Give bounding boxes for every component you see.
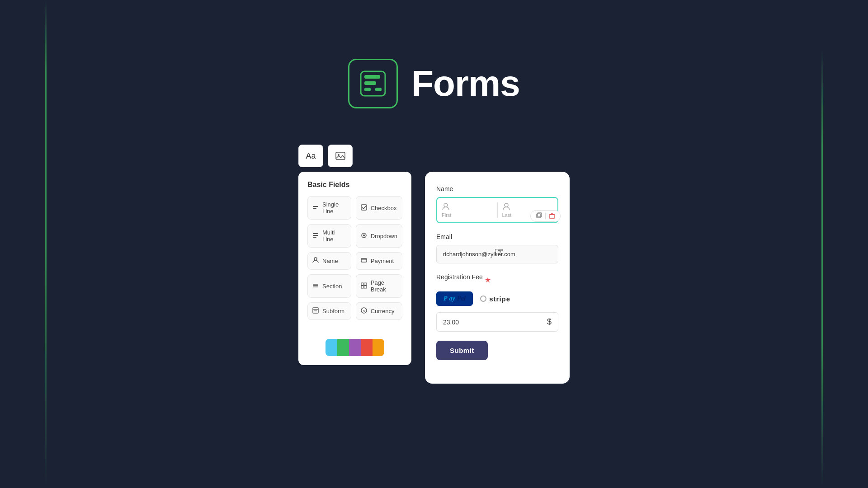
delete-icon[interactable] bbox=[548, 212, 556, 220]
payment-label: Payment bbox=[371, 258, 394, 264]
stripe-label: stripe bbox=[489, 295, 510, 303]
svg-rect-4 bbox=[375, 88, 382, 91]
person-icon-first bbox=[442, 202, 450, 211]
field-item-payment[interactable]: Payment bbox=[356, 252, 402, 270]
main-content: Forms Aa Basic Fields bbox=[0, 0, 868, 384]
stripe-radio[interactable] bbox=[480, 296, 486, 302]
field-item-subform[interactable]: Subform bbox=[307, 302, 351, 320]
field-item-page-break[interactable]: Page Break bbox=[356, 274, 402, 298]
page-break-icon bbox=[361, 282, 367, 290]
color-swatch-red[interactable] bbox=[361, 339, 373, 356]
svg-rect-2 bbox=[364, 81, 376, 85]
single-line-icon bbox=[312, 204, 319, 212]
subform-icon bbox=[312, 307, 319, 315]
first-name-placeholder: First bbox=[442, 212, 451, 218]
payment-icon bbox=[361, 257, 367, 265]
field-item-section[interactable]: Section bbox=[307, 274, 351, 298]
field-actions bbox=[530, 210, 561, 222]
color-swatch-orange[interactable] bbox=[373, 339, 384, 356]
name-label: Name bbox=[322, 258, 338, 264]
email-field-group: Email richardjohnson@zylker.com bbox=[436, 233, 558, 263]
currency-symbol: $ bbox=[547, 317, 552, 327]
svg-rect-34 bbox=[550, 215, 554, 219]
action-divider bbox=[545, 213, 546, 219]
svg-rect-21 bbox=[361, 283, 364, 286]
form-preview: Name First bbox=[425, 172, 570, 384]
text-toolbar-btn[interactable]: Aa bbox=[298, 145, 323, 167]
brand-section: Forms bbox=[348, 59, 520, 108]
lower-section: Aa Basic Fields bbox=[298, 145, 570, 384]
name-field-group: Name First bbox=[436, 185, 558, 223]
payment-options: P ay Pal stripe bbox=[436, 291, 558, 306]
color-swatch-green[interactable] bbox=[337, 339, 349, 356]
fields-panel: Basic Fields Single Line Che bbox=[298, 172, 411, 365]
svg-rect-10 bbox=[313, 233, 318, 234]
toolbar-area: Aa bbox=[298, 145, 353, 167]
svg-rect-5 bbox=[336, 152, 345, 160]
submit-button[interactable]: Submit bbox=[436, 341, 488, 360]
amount-row: 23.00 $ bbox=[436, 312, 558, 332]
copy-icon[interactable] bbox=[535, 212, 542, 220]
checkbox-icon bbox=[361, 204, 367, 212]
svg-text:$: $ bbox=[363, 309, 365, 313]
svg-rect-12 bbox=[313, 237, 316, 238]
color-swatch-purple[interactable] bbox=[349, 339, 361, 356]
checkbox-label: Checkbox bbox=[371, 205, 397, 211]
currency-icon: $ bbox=[361, 307, 367, 315]
registration-fee-group: Registration Fee ★ P ay Pal bbox=[436, 273, 558, 360]
dropdown-label: Dropdown bbox=[371, 233, 397, 239]
color-palette bbox=[326, 339, 384, 356]
email-field-label: Email bbox=[436, 233, 558, 240]
right-decorative-line bbox=[821, 0, 823, 488]
single-line-label: Single Line bbox=[322, 201, 346, 215]
multi-line-label: Multi Line bbox=[322, 229, 346, 243]
brand-title: Forms bbox=[411, 63, 520, 104]
last-name-placeholder: Last bbox=[502, 212, 512, 218]
color-swatch-blue[interactable] bbox=[326, 339, 337, 356]
svg-rect-8 bbox=[313, 208, 316, 209]
svg-rect-22 bbox=[364, 283, 367, 286]
subform-label: Subform bbox=[322, 308, 344, 314]
svg-rect-23 bbox=[361, 286, 364, 288]
field-item-name[interactable]: Name bbox=[307, 252, 351, 270]
field-item-checkbox[interactable]: Checkbox bbox=[356, 196, 402, 220]
name-divider bbox=[497, 202, 498, 218]
image-toolbar-btn[interactable] bbox=[328, 145, 353, 167]
content-row: Basic Fields Single Line Che bbox=[298, 172, 570, 384]
section-label: Section bbox=[322, 283, 342, 290]
dropdown-icon bbox=[361, 232, 367, 240]
svg-rect-16 bbox=[361, 258, 367, 262]
logo-box bbox=[348, 59, 398, 108]
page-break-label: Page Break bbox=[371, 279, 397, 293]
amount-value[interactable]: 23.00 bbox=[443, 319, 459, 326]
field-item-dropdown[interactable]: Dropdown bbox=[356, 224, 402, 248]
reg-fee-label: Registration Fee bbox=[436, 273, 483, 281]
first-name-box[interactable]: First bbox=[442, 202, 493, 218]
person-icon-last bbox=[502, 202, 510, 211]
field-item-currency[interactable]: $ Currency bbox=[356, 302, 402, 320]
svg-rect-9 bbox=[361, 205, 367, 210]
svg-rect-24 bbox=[364, 286, 367, 288]
required-star: ★ bbox=[485, 276, 491, 284]
svg-rect-7 bbox=[313, 206, 318, 207]
stripe-option[interactable]: stripe bbox=[480, 295, 510, 303]
name-icon bbox=[312, 257, 319, 265]
svg-rect-25 bbox=[313, 308, 318, 313]
fields-panel-title: Basic Fields bbox=[307, 181, 402, 189]
svg-rect-11 bbox=[313, 235, 318, 236]
svg-point-31 bbox=[505, 203, 508, 207]
image-icon bbox=[335, 151, 345, 161]
svg-point-15 bbox=[314, 258, 317, 260]
email-value[interactable]: richardjohnson@zylker.com bbox=[436, 245, 558, 263]
svg-rect-3 bbox=[364, 88, 371, 91]
field-item-single-line[interactable]: Single Line bbox=[307, 196, 351, 220]
fields-grid: Single Line Checkbox Multi bbox=[307, 196, 402, 320]
text-icon: Aa bbox=[306, 151, 316, 161]
svg-point-14 bbox=[363, 235, 365, 236]
name-field-label: Name bbox=[436, 185, 558, 192]
field-item-multi-line[interactable]: Multi Line bbox=[307, 224, 351, 248]
section-icon bbox=[312, 282, 319, 290]
svg-rect-1 bbox=[364, 75, 380, 79]
paypal-option[interactable]: P ay Pal bbox=[436, 291, 473, 306]
multi-line-icon bbox=[312, 232, 319, 240]
